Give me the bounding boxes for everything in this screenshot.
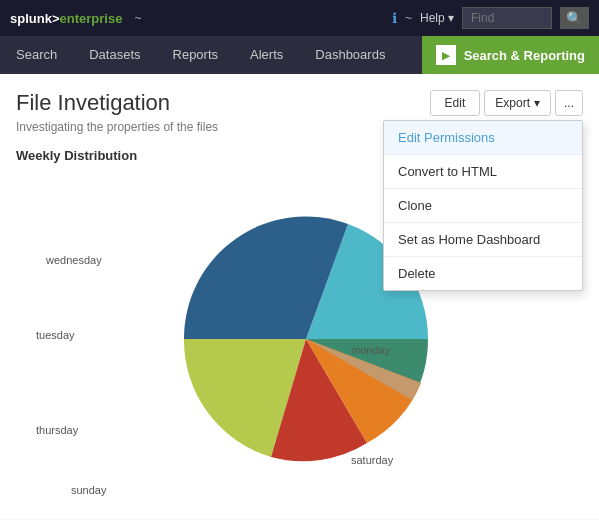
edit-button[interactable]: Edit xyxy=(430,90,481,116)
dropdown-item-convert-html[interactable]: Convert to HTML xyxy=(384,155,582,189)
dropdown-item-clone[interactable]: Clone xyxy=(384,189,582,223)
splunk-logo: splunk>enterprise xyxy=(10,11,122,26)
find-button[interactable]: 🔍 xyxy=(560,7,589,29)
label-thursday: thursday xyxy=(36,424,78,436)
nav-item-search[interactable]: Search xyxy=(0,36,73,74)
label-tuesday: tuesday xyxy=(36,329,75,341)
search-reporting-button[interactable]: Search & Reporting xyxy=(422,36,599,74)
main-content: File Invetigation Investigating the prop… xyxy=(0,74,599,519)
label-wednesday: wednesday xyxy=(46,254,102,266)
tilde-icon: ~ xyxy=(134,11,141,25)
export-button[interactable]: Export ▾ xyxy=(484,90,551,116)
label-saturday: saturday xyxy=(351,454,393,466)
action-bar: Edit Export ▾ ... xyxy=(430,90,583,116)
nav-item-alerts[interactable]: Alerts xyxy=(234,36,299,74)
nav-item-reports[interactable]: Reports xyxy=(157,36,235,74)
dropdown-menu: Edit Permissions Convert to HTML Clone S… xyxy=(383,120,583,291)
top-bar-right: ℹ ~ Help ▾ 🔍 xyxy=(392,7,589,29)
dropdown-item-home-dashboard[interactable]: Set as Home Dashboard xyxy=(384,223,582,257)
export-arrow-icon: ▾ xyxy=(534,96,540,110)
top-bar-icons: ~ xyxy=(134,11,380,25)
top-bar: splunk>enterprise ~ ℹ ~ Help ▾ 🔍 xyxy=(0,0,599,36)
label-monday: monday xyxy=(351,344,390,356)
help-button[interactable]: Help ▾ xyxy=(420,11,454,25)
info-icon: ℹ xyxy=(392,10,397,26)
nav-item-datasets[interactable]: Datasets xyxy=(73,36,156,74)
dropdown-item-delete[interactable]: Delete xyxy=(384,257,582,290)
more-button[interactable]: ... xyxy=(555,90,583,116)
nav-item-dashboards[interactable]: Dashboards xyxy=(299,36,401,74)
dropdown-item-edit-permissions[interactable]: Edit Permissions xyxy=(384,121,582,155)
sr-arrow-icon xyxy=(436,45,456,65)
tilde2-icon: ~ xyxy=(405,11,412,25)
nav-bar: Search Datasets Reports Alerts Dashboard… xyxy=(0,36,599,74)
label-sunday: sunday xyxy=(71,484,106,496)
find-input[interactable] xyxy=(462,7,552,29)
